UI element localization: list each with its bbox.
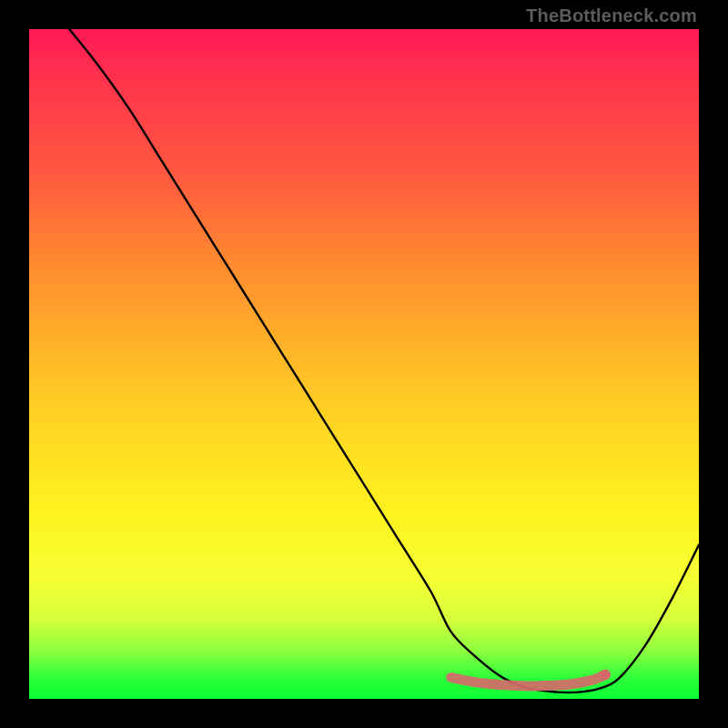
bottleneck-curve: [69, 29, 699, 693]
svg-point-0: [600, 670, 611, 681]
low-zone-markers: [451, 670, 611, 687]
watermark-text: TheBottleneck.com: [526, 5, 697, 26]
curve-layer: [29, 29, 699, 699]
chart-frame: TheBottleneck.com: [0, 0, 728, 728]
